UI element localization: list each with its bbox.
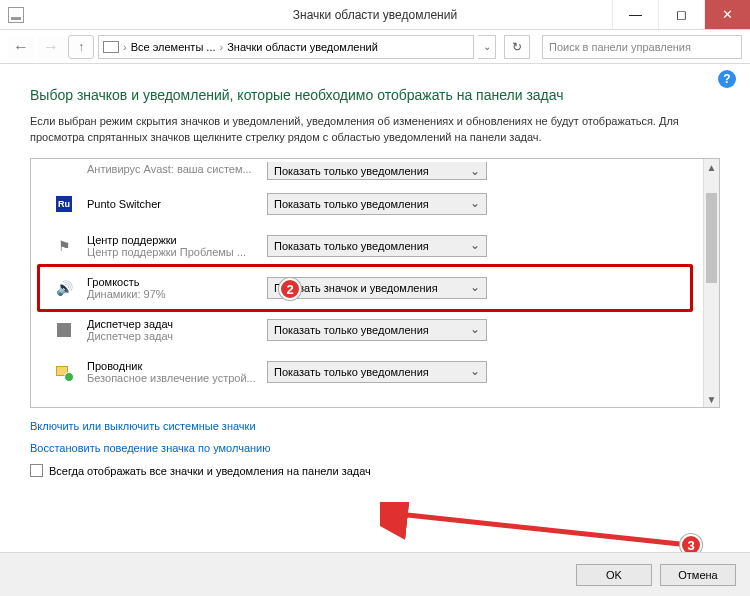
row-sublabel: Безопасное извлечение устрой...	[87, 372, 267, 384]
minimize-button[interactable]: —	[612, 0, 658, 29]
toggle-system-icons-link[interactable]: Включить или выключить системные значки	[30, 420, 720, 432]
row-label: Punto Switcher	[87, 198, 267, 210]
icon-list: Антивирус Avast: ваша систем...Показать …	[30, 158, 720, 408]
row-label: Центр поддержки	[87, 234, 267, 246]
row-sublabel: Антивирус Avast: ваша систем...	[87, 163, 267, 175]
always-show-label: Всегда отображать все значки и уведомлен…	[49, 465, 371, 477]
scroll-thumb[interactable]	[706, 193, 717, 283]
ru-icon: Ru	[55, 195, 73, 213]
close-button[interactable]: ✕	[704, 0, 750, 29]
row-sublabel: Центр поддержки Проблемы ...	[87, 246, 267, 258]
control-panel-icon	[103, 41, 119, 53]
forward-button[interactable]: →	[38, 35, 64, 59]
chevron-right-icon: ›	[123, 41, 127, 53]
avast-icon	[55, 162, 73, 180]
search-placeholder: Поиск в панели управления	[549, 41, 691, 53]
scroll-track[interactable]	[704, 175, 719, 391]
flag-icon: ⚑	[55, 237, 73, 255]
page-description: Если выбран режим скрытия значков и увед…	[30, 114, 720, 146]
breadcrumb-item[interactable]: Значки области уведомлений	[227, 41, 378, 53]
search-input[interactable]: Поиск в панели управления	[542, 35, 742, 59]
breadcrumb[interactable]: › Все элементы ... › Значки области увед…	[98, 35, 474, 59]
maximize-button[interactable]: ◻	[658, 0, 704, 29]
page-heading: Выбор значков и уведомлений, которые нео…	[30, 86, 720, 104]
annotation-badge-2: 2	[279, 278, 301, 300]
svg-line-0	[398, 514, 680, 544]
system-menu-icon[interactable]	[8, 7, 24, 23]
chevron-right-icon: ›	[220, 41, 224, 53]
dialog-footer: OK Отмена	[0, 552, 750, 596]
vol-icon: 🔊	[55, 279, 73, 297]
scrollbar[interactable]: ▲ ▼	[703, 159, 719, 407]
row-sublabel: Диспетчер задач	[87, 330, 267, 342]
scroll-down-button[interactable]: ▼	[704, 391, 719, 407]
scroll-up-button[interactable]: ▲	[704, 159, 719, 175]
ex-icon	[55, 363, 73, 381]
breadcrumb-item[interactable]: Все элементы ...	[131, 41, 216, 53]
list-row: 🔊ГромкостьДинамики: 97%Показать значок и…	[31, 267, 703, 309]
behavior-dropdown[interactable]: Показать только уведомления	[267, 361, 487, 383]
list-row: Диспетчер задачДиспетчер задачПоказать т…	[31, 309, 703, 351]
up-button[interactable]: ↑	[68, 35, 94, 59]
behavior-dropdown[interactable]: Показать только уведомления	[267, 162, 487, 180]
restore-default-link[interactable]: Восстановить поведение значка по умолчан…	[30, 442, 720, 454]
breadcrumb-dropdown[interactable]: ⌄	[478, 35, 496, 59]
list-row: ПроводникБезопасное извлечение устрой...…	[31, 351, 703, 393]
refresh-button[interactable]: ↻	[504, 35, 530, 59]
behavior-dropdown[interactable]: Показать только уведомления	[267, 193, 487, 215]
ok-button[interactable]: OK	[576, 564, 652, 586]
back-button[interactable]: ←	[8, 35, 34, 59]
help-icon[interactable]: ?	[718, 70, 736, 88]
list-row: Антивирус Avast: ваша систем...Показать …	[31, 159, 703, 183]
always-show-checkbox[interactable]	[30, 464, 43, 477]
row-sublabel: Динамики: 97%	[87, 288, 267, 300]
behavior-dropdown[interactable]: Показать только уведомления	[267, 319, 487, 341]
cancel-button[interactable]: Отмена	[660, 564, 736, 586]
list-row: RuPunto SwitcherПоказать только уведомле…	[31, 183, 703, 225]
titlebar: Значки области уведомлений — ◻ ✕	[0, 0, 750, 30]
row-label: Диспетчер задач	[87, 318, 267, 330]
nav-toolbar: ← → ↑ › Все элементы ... › Значки област…	[0, 30, 750, 64]
row-label: Громкость	[87, 276, 267, 288]
tm-icon	[55, 321, 73, 339]
list-row: ⚑Центр поддержкиЦентр поддержки Проблемы…	[31, 225, 703, 267]
behavior-dropdown[interactable]: Показать только уведомления	[267, 235, 487, 257]
row-label: Проводник	[87, 360, 267, 372]
